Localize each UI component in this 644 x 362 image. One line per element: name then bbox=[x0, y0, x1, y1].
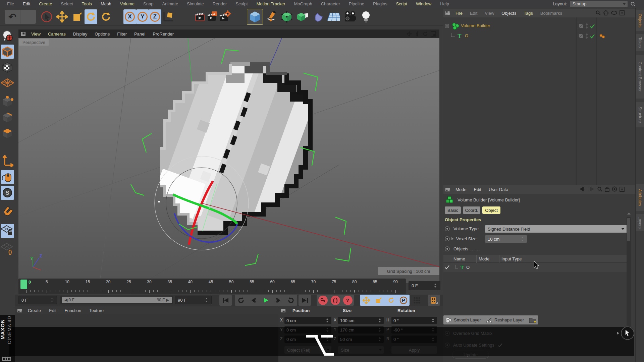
viewport-canvas[interactable]: Y Z bbox=[18, 38, 439, 283]
expand-arrow-icon[interactable] bbox=[451, 237, 453, 240]
tab-object[interactable]: Object bbox=[482, 206, 500, 214]
range-start-field[interactable]: 0 F bbox=[18, 296, 57, 304]
menu-item[interactable]: Create bbox=[35, 1, 56, 6]
viewport-menu-item[interactable]: Options bbox=[91, 32, 113, 37]
menu-item[interactable]: MoGraph bbox=[289, 1, 316, 6]
live-selection-tool[interactable] bbox=[40, 9, 53, 24]
workplane-mode2-icon[interactable]: () bbox=[1, 242, 14, 256]
menu-item[interactable]: Pipeline bbox=[344, 1, 369, 6]
viewport-menu-item[interactable]: Filter bbox=[113, 32, 130, 37]
preview-range-fill[interactable]: ◀ 0 F 90 F ▶ bbox=[62, 297, 172, 303]
tab-content-browser[interactable]: Content Browser bbox=[636, 55, 644, 99]
scale-tool[interactable] bbox=[71, 9, 84, 24]
history-forward-icon[interactable] bbox=[588, 186, 595, 192]
panel-drag-icon[interactable] bbox=[281, 309, 285, 312]
layer-toggle-icon[interactable] bbox=[579, 23, 584, 28]
visibility-dot-bottom[interactable] bbox=[586, 37, 588, 39]
attribute-menu-item[interactable]: Edit bbox=[470, 187, 485, 192]
key-scale-button[interactable] bbox=[372, 295, 385, 306]
texture-mode-icon[interactable] bbox=[1, 60, 14, 74]
add-folder-icon[interactable] bbox=[529, 317, 537, 323]
preview-range-slider[interactable]: ◀ 0 F 90 F ▶ bbox=[60, 296, 173, 304]
model-edit-mode-icon[interactable] bbox=[1, 45, 14, 59]
mograph-cloner-icon[interactable] bbox=[297, 9, 309, 24]
panel-drag-icon[interactable] bbox=[21, 32, 25, 36]
spinner-icon[interactable] bbox=[206, 298, 209, 302]
autokey-button[interactable]: ( ) bbox=[329, 295, 341, 306]
panel-drag-icon[interactable] bbox=[2, 357, 11, 361]
voxel-size-field[interactable]: 10 cm bbox=[485, 235, 527, 243]
tab-takes[interactable]: Takes bbox=[636, 34, 644, 51]
visibility-dot-top[interactable] bbox=[586, 23, 588, 25]
menu-item[interactable]: Mesh bbox=[96, 1, 116, 6]
goto-start-button[interactable] bbox=[219, 295, 232, 306]
goto-next-frame-button[interactable] bbox=[272, 295, 284, 306]
camera-icon[interactable] bbox=[343, 9, 356, 24]
size-field[interactable]: 100 cm bbox=[338, 317, 384, 324]
workplane-mode-icon[interactable] bbox=[1, 76, 14, 90]
range-end-field[interactable]: 90 F bbox=[175, 296, 212, 304]
panel-drag-icon[interactable] bbox=[17, 309, 22, 312]
tab-basic[interactable]: Basic bbox=[445, 206, 461, 214]
points-mode-icon[interactable] bbox=[1, 94, 14, 108]
tab-objects[interactable]: Objects bbox=[636, 10, 644, 31]
lock-y-axis-button[interactable]: Y bbox=[136, 9, 149, 24]
tab-structure[interactable]: Structure bbox=[636, 102, 644, 127]
play-button[interactable] bbox=[260, 295, 272, 306]
tag-icon[interactable] bbox=[599, 34, 606, 39]
radio-icon[interactable] bbox=[445, 236, 450, 241]
material-menu-item[interactable]: Create bbox=[24, 308, 45, 313]
render-view-button[interactable] bbox=[194, 9, 207, 24]
volume-type-select[interactable]: Signed Distance Field bbox=[485, 225, 627, 233]
object-manager-menu-item[interactable]: Tags bbox=[520, 11, 536, 16]
viewport-zoom-icon[interactable] bbox=[415, 31, 420, 37]
edges-mode-icon[interactable] bbox=[1, 110, 14, 124]
key-parameter-button[interactable]: P bbox=[397, 295, 410, 306]
goto-next-key-button[interactable] bbox=[284, 295, 297, 306]
object-manager-menu-item[interactable]: Edit bbox=[466, 11, 481, 16]
reshape-layer-button[interactable]: Reshape Layer bbox=[494, 317, 524, 322]
object-manager-menu-item[interactable]: View bbox=[481, 11, 498, 16]
timeline-ruler[interactable]: 0 51015202530354045505560657075808590 bbox=[18, 279, 406, 294]
viewport-rotate-icon[interactable] bbox=[423, 31, 428, 37]
viewport-move-icon[interactable] bbox=[407, 31, 412, 37]
menu-item[interactable]: Sculpt bbox=[231, 1, 252, 6]
menu-item[interactable]: Select bbox=[56, 1, 77, 6]
smooth-layer-button[interactable]: Smooth Layer bbox=[454, 317, 481, 322]
axis-mode-icon[interactable] bbox=[1, 154, 14, 168]
goto-prev-key-button[interactable] bbox=[235, 295, 247, 306]
render-settings-button[interactable] bbox=[219, 9, 231, 24]
target-icon[interactable] bbox=[612, 186, 617, 192]
keying-dots-icon[interactable] bbox=[411, 295, 423, 306]
move-tool[interactable] bbox=[56, 9, 68, 24]
scrollbar-thumb[interactable] bbox=[627, 218, 630, 241]
eye-icon[interactable] bbox=[611, 11, 617, 15]
menu-item[interactable]: Snap bbox=[139, 1, 158, 6]
visibility-dot-top[interactable] bbox=[586, 34, 588, 36]
redo-button[interactable] bbox=[20, 10, 36, 24]
menu-item[interactable]: File bbox=[3, 1, 18, 6]
light-icon[interactable] bbox=[360, 9, 372, 24]
goto-prev-frame-button[interactable] bbox=[247, 295, 260, 306]
camera-label[interactable]: Perspective bbox=[19, 39, 49, 46]
spinner-icon[interactable] bbox=[51, 298, 54, 302]
radio-icon[interactable] bbox=[445, 246, 450, 251]
viewport-menu-item[interactable]: Panel bbox=[130, 32, 149, 37]
enabled-check-icon[interactable] bbox=[590, 24, 595, 28]
menu-item[interactable]: Edit bbox=[18, 1, 35, 6]
add-icon[interactable] bbox=[620, 187, 625, 192]
deformer-icon[interactable] bbox=[313, 9, 325, 24]
lock-icon[interactable] bbox=[605, 186, 609, 192]
menu-item[interactable]: Volume bbox=[116, 1, 139, 6]
menu-item[interactable]: Help bbox=[436, 1, 453, 6]
add-icon[interactable] bbox=[620, 10, 625, 15]
row-check-icon[interactable] bbox=[445, 265, 449, 269]
tab-attributes[interactable]: Attributes bbox=[636, 184, 644, 211]
floor-environment-icon[interactable] bbox=[327, 9, 340, 24]
menu-item[interactable]: Animate bbox=[158, 1, 182, 6]
menu-item[interactable]: Window bbox=[412, 1, 436, 6]
viewport-solo-icon[interactable] bbox=[1, 170, 14, 184]
rotate-last-tool[interactable] bbox=[100, 9, 112, 24]
material-menu-item[interactable]: Texture bbox=[85, 308, 108, 313]
keyframe-selection-button[interactable]: ? bbox=[341, 295, 354, 306]
